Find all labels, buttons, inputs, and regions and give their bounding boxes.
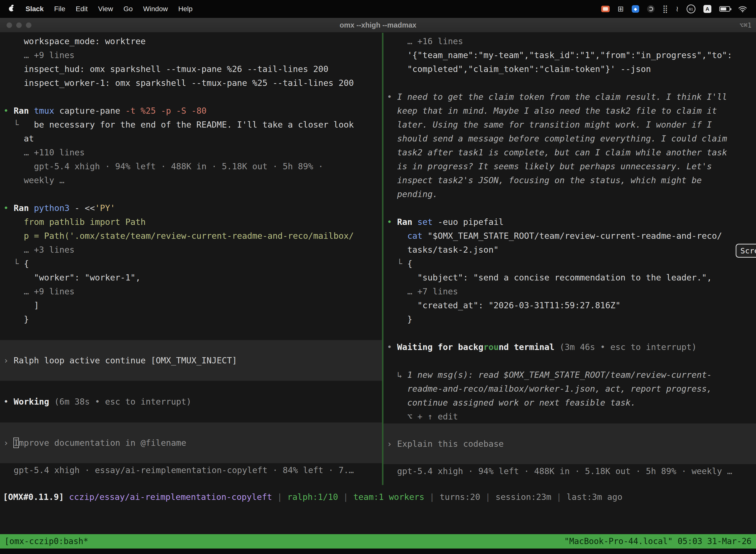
terminal-line: "completed","claim_token":"claim-token"}… bbox=[383, 62, 756, 76]
terminal-line: • Ran python3 - <<'PY' bbox=[0, 201, 382, 215]
terminal-text: | bbox=[424, 492, 440, 502]
terminal-text: is in progress? It seems likely but perh… bbox=[387, 161, 712, 171]
menu-items: SlackFileEditViewGoWindowHelp bbox=[20, 5, 198, 13]
tmux-pane-left[interactable]: workspace_mode: worktree … +9 lines insp… bbox=[0, 33, 382, 485]
terminal-text: cczip/essay/ai-reimplementation-copyleft bbox=[69, 492, 272, 502]
dark-app-icon[interactable] bbox=[647, 5, 654, 13]
terminal-text: inspect_worker-1: omx sparkshell --tmux-… bbox=[3, 78, 354, 88]
terminal-text: › bbox=[387, 439, 397, 449]
terminal-text: Explain this codebase bbox=[397, 439, 504, 449]
terminal-text: workspace_mode: worktree bbox=[3, 36, 145, 46]
terminal-text: Ran bbox=[14, 106, 34, 116]
close-button[interactable] bbox=[6, 22, 12, 28]
terminal-text: be necessary for the end of the README. … bbox=[34, 120, 354, 129]
terminal-line: • Ran tmux capture-pane -t %25 -p -S -80 bbox=[0, 104, 382, 118]
terminal-band-padding bbox=[0, 423, 382, 436]
tmux-status-bar: [omx-cczip0:bash* "MacBook-Pro-44.local"… bbox=[0, 534, 756, 549]
tmux-session-window-label[interactable]: [omx-cczip0:bash* bbox=[4, 534, 88, 549]
terminal-text: • bbox=[387, 342, 397, 352]
terminal-text: └ bbox=[3, 259, 24, 269]
terminal-line: • Ran set -euo pipefail bbox=[383, 215, 756, 229]
terminal-line: readme-and-reco/mailbox/worker-1.json, a… bbox=[383, 382, 756, 396]
terminal-line: inspect_hud: omx sparkshell --tmux-pane … bbox=[0, 62, 382, 76]
block-cursor: I bbox=[14, 438, 19, 448]
menu-item-edit[interactable]: Edit bbox=[70, 5, 93, 13]
menu-item-file[interactable]: File bbox=[49, 5, 70, 13]
terminal-line: tasks/task-2.json" bbox=[383, 243, 756, 257]
terminal-text: tmux bbox=[34, 106, 54, 116]
terminal-line: } bbox=[383, 312, 756, 326]
terminal-line: gpt-5.4 xhigh · 94% left · 488K in · 5.1… bbox=[0, 159, 382, 173]
terminal-line: weekly … bbox=[0, 173, 382, 187]
terminal-text: inspect_hud: omx sparkshell --tmux-pane … bbox=[3, 64, 328, 74]
terminal-text: "$OMX_TEAM_STATE_ROOT/team/review-curren… bbox=[422, 231, 722, 241]
terminal-text: set bbox=[418, 217, 433, 227]
terminal-text: Ran bbox=[14, 203, 34, 213]
terminal-text: pending. bbox=[387, 189, 438, 199]
terminal-line: gpt-5.4 xhigh · essay/ai-reimplementatio… bbox=[0, 463, 382, 477]
menu-item-slack[interactable]: Slack bbox=[20, 5, 49, 13]
dots-grid-icon[interactable]: ⣿ bbox=[663, 5, 668, 13]
terminal-text: session:23m bbox=[496, 492, 551, 502]
terminal-text: { bbox=[24, 259, 29, 269]
terminal-text: • bbox=[3, 106, 14, 116]
terminal-text: › bbox=[3, 355, 14, 365]
terminal-line: └ be necessary for the end of the README… bbox=[0, 118, 382, 131]
window-tiling-icon[interactable]: ⊞ bbox=[618, 5, 624, 13]
terminal-blank-line bbox=[383, 201, 756, 215]
window-shortcut-hint: ⌥⌘1 bbox=[739, 21, 752, 29]
screen-recording-indicator[interactable] bbox=[601, 6, 610, 12]
terminal-line: … +3 lines bbox=[0, 243, 382, 257]
terminal-text: task2 after task1 is complete, but can I… bbox=[387, 148, 727, 157]
wifi-icon[interactable] bbox=[738, 5, 747, 12]
terminal-line: • I need to get the claim token from the… bbox=[383, 90, 756, 104]
terminal-text: inspect task2's JSON, focusing on the st… bbox=[387, 175, 702, 185]
menu-item-help[interactable]: Help bbox=[173, 5, 198, 13]
menu-item-go[interactable]: Go bbox=[118, 5, 138, 13]
terminal-text: … +3 lines bbox=[3, 245, 75, 255]
terminal-line: later. Using the same for transition mig… bbox=[383, 118, 756, 131]
input-source-icon[interactable]: A bbox=[703, 5, 711, 13]
terminal-text: python3 bbox=[34, 203, 69, 213]
terminal-line: ] bbox=[0, 298, 382, 312]
terminal-text: rou bbox=[484, 342, 499, 352]
terminal-line: should send a message before completing … bbox=[383, 131, 756, 146]
terminal-text: | bbox=[272, 492, 287, 502]
traffic-lights bbox=[0, 22, 32, 28]
terminal-text: | bbox=[551, 492, 567, 502]
menu-bar: SlackFileEditViewGoWindowHelp ⊞◆⣿≀61A bbox=[0, 0, 756, 18]
menu-item-window[interactable]: Window bbox=[138, 5, 173, 13]
terminal-band-padding bbox=[383, 424, 756, 437]
terminal-line: › Explain this codebase bbox=[383, 437, 756, 451]
terminal-text: last:3m ago bbox=[567, 492, 622, 502]
apple-menu[interactable] bbox=[9, 6, 14, 11]
terminal-text: readme-and-reco/mailbox/worker-1.json, a… bbox=[387, 384, 712, 394]
terminal-text: • bbox=[387, 92, 397, 102]
terminal-text: -euo pipefail bbox=[433, 217, 504, 227]
terminal-text: continue assigned work or next feasible … bbox=[387, 398, 636, 407]
terminal-text: p = Path('.omx/state/team/review-current… bbox=[3, 231, 354, 241]
terminal-line: cat "$OMX_TEAM_STATE_ROOT/team/review-cu… bbox=[383, 229, 756, 243]
zoom-button[interactable] bbox=[26, 22, 32, 28]
battery-icon[interactable] bbox=[719, 6, 730, 12]
terminal-text: nd terminal bbox=[499, 342, 554, 352]
terminal-text: (6m 38s • esc to interrupt) bbox=[49, 397, 191, 406]
terminal-text bbox=[64, 492, 69, 502]
terminal-text: └ bbox=[387, 259, 407, 269]
battery-percentage-gauge[interactable]: 61 bbox=[687, 4, 695, 13]
terminal-text: from pathlib import Path bbox=[3, 217, 145, 227]
terminal-text: Ran bbox=[397, 217, 418, 227]
terminal-blank-line bbox=[383, 354, 756, 368]
terminal-text: at bbox=[3, 133, 34, 144]
terminal-line: workspace_mode: worktree bbox=[0, 34, 382, 48]
terminal-text: { bbox=[407, 259, 412, 269]
terminal-text: gpt-5.4 xhigh · 94% left · 488K in · 5.1… bbox=[3, 161, 323, 171]
key-icon[interactable]: ≀ bbox=[676, 5, 679, 13]
terminal-text: … +9 lines bbox=[3, 50, 75, 60]
menu-item-view[interactable]: View bbox=[93, 5, 118, 13]
minimize-button[interactable] bbox=[16, 22, 22, 28]
terminal-text: '{"team_name":"my-team","task_id":"1","f… bbox=[387, 50, 732, 60]
terminal-line: task2 after task1 is complete, but can I… bbox=[383, 146, 756, 159]
tmux-pane-right[interactable]: … +16 lines '{"team_name":"my-team","tas… bbox=[383, 33, 756, 485]
blue-app-icon[interactable]: ◆ bbox=[632, 5, 639, 13]
